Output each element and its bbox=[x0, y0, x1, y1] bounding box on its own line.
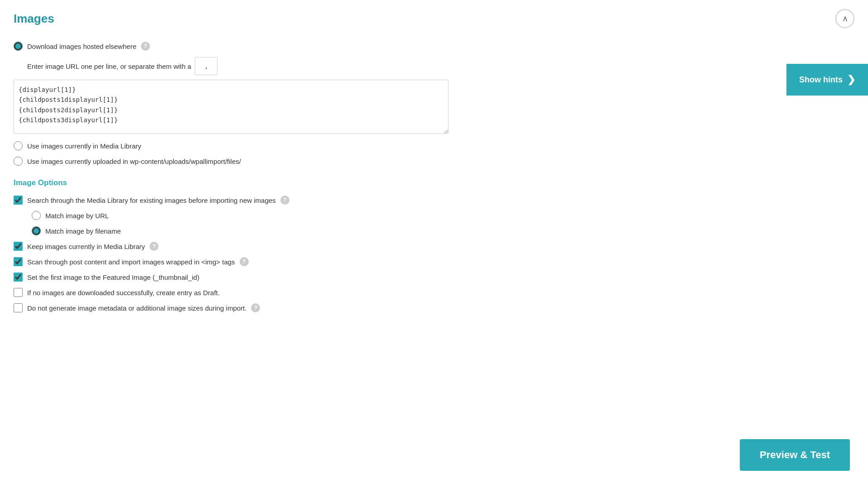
preview-test-label: Preview & Test bbox=[760, 449, 830, 460]
download-hosted-help-icon[interactable]: ? bbox=[141, 42, 150, 51]
use-wpallimport-radio[interactable] bbox=[14, 157, 23, 166]
image-options-title: Image Options bbox=[14, 178, 854, 187]
use-media-library-row: Use images currently in Media Library bbox=[14, 141, 854, 150]
no-images-draft-label: If no images are downloaded successfully… bbox=[27, 289, 220, 297]
search-media-library-label: Search through the Media Library for exi… bbox=[27, 196, 276, 204]
show-hints-arrow-icon: ❯ bbox=[847, 74, 855, 86]
no-images-draft-row: If no images are downloaded successfully… bbox=[14, 288, 854, 297]
show-hints-button[interactable]: Show hints ❯ bbox=[786, 64, 868, 96]
scan-img-tags-row: Scan through post content and import ima… bbox=[14, 257, 854, 266]
section-header: Images ∧ bbox=[14, 9, 854, 28]
match-by-url-label: Match image by URL bbox=[45, 212, 109, 220]
use-wpallimport-row: Use images currently uploaded in wp-cont… bbox=[14, 157, 854, 166]
separator-label: Enter image URL one per line, or separat… bbox=[27, 62, 191, 70]
keep-media-library-help-icon[interactable]: ? bbox=[149, 242, 159, 251]
no-metadata-checkbox[interactable] bbox=[14, 303, 23, 312]
separator-row: Enter image URL one per line, or separat… bbox=[27, 57, 854, 75]
use-media-library-radio[interactable] bbox=[14, 141, 23, 150]
match-by-filename-label: Match image by filename bbox=[45, 227, 121, 235]
no-images-draft-checkbox[interactable] bbox=[14, 288, 23, 297]
match-by-url-row: Match image by URL bbox=[32, 211, 854, 220]
no-metadata-row: Do not generate image metadata or additi… bbox=[14, 303, 854, 312]
set-featured-image-label: Set the first image to the Featured Imag… bbox=[27, 273, 199, 281]
use-wpallimport-label: Use images currently uploaded in wp-cont… bbox=[27, 158, 241, 165]
collapse-button[interactable]: ∧ bbox=[835, 9, 854, 28]
set-featured-image-row: Set the first image to the Featured Imag… bbox=[14, 273, 854, 282]
no-metadata-help-icon[interactable]: ? bbox=[251, 303, 260, 312]
download-hosted-radio[interactable] bbox=[14, 42, 23, 51]
url-textarea[interactable]: {displayurl[1]} {childposts1displayurl[1… bbox=[14, 80, 448, 134]
match-by-filename-radio[interactable] bbox=[32, 226, 41, 235]
no-metadata-label: Do not generate image metadata or additi… bbox=[27, 304, 246, 312]
scan-img-tags-help-icon[interactable]: ? bbox=[240, 257, 249, 266]
use-media-library-label: Use images currently in Media Library bbox=[27, 142, 141, 150]
download-hosted-label: Download images hosted elsewhere bbox=[27, 43, 136, 50]
download-hosted-row: Download images hosted elsewhere ? bbox=[14, 42, 854, 51]
preview-test-button[interactable]: Preview & Test bbox=[740, 439, 850, 471]
search-media-library-checkbox[interactable] bbox=[14, 196, 23, 205]
page-title: Images bbox=[14, 12, 54, 26]
match-by-filename-row: Match image by filename bbox=[32, 226, 854, 235]
keep-media-library-row: Keep images currently in Media Library ? bbox=[14, 242, 854, 251]
match-by-url-radio[interactable] bbox=[32, 211, 41, 220]
keep-media-library-label: Keep images currently in Media Library bbox=[27, 243, 145, 250]
set-featured-image-checkbox[interactable] bbox=[14, 273, 23, 282]
page-container: Images ∧ Download images hosted elsewher… bbox=[0, 0, 868, 498]
separator-input[interactable] bbox=[195, 57, 217, 75]
match-image-sub-options: Match image by URL Match image by filena… bbox=[32, 211, 854, 235]
search-media-library-help-icon[interactable]: ? bbox=[280, 196, 289, 205]
scan-img-tags-checkbox[interactable] bbox=[14, 257, 23, 266]
show-hints-label: Show hints bbox=[799, 75, 843, 85]
keep-media-library-checkbox[interactable] bbox=[14, 242, 23, 251]
scan-img-tags-label: Scan through post content and import ima… bbox=[27, 258, 235, 266]
search-media-library-row: Search through the Media Library for exi… bbox=[14, 196, 854, 205]
